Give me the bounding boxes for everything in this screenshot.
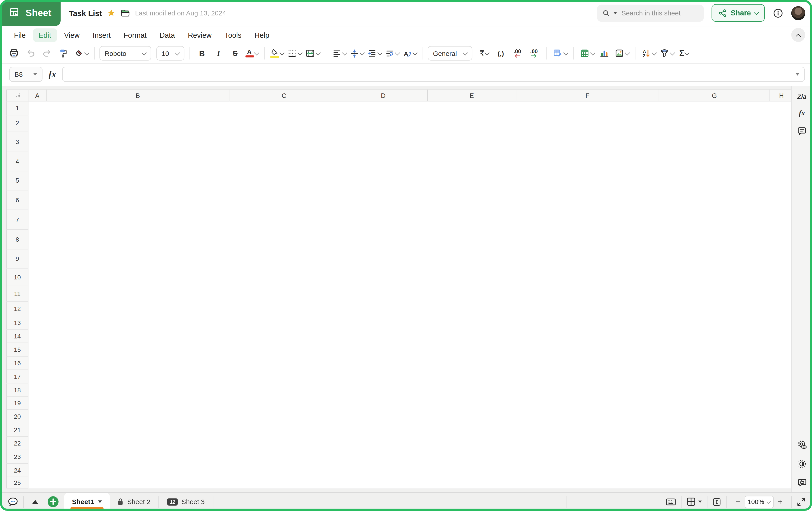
- split-view-button[interactable]: [686, 497, 702, 507]
- comma-style-button[interactable]: (,): [493, 46, 509, 60]
- increase-decimal-button[interactable]: .00: [526, 46, 542, 60]
- column-header-d[interactable]: D: [339, 90, 428, 101]
- search-box[interactable]: [597, 4, 704, 22]
- zoom-in-button[interactable]: +: [774, 498, 787, 506]
- horizontal-align-button[interactable]: [331, 46, 347, 60]
- row-header-22[interactable]: 22: [6, 437, 29, 450]
- insert-table-button[interactable]: [578, 46, 596, 60]
- menu-item-format[interactable]: Format: [118, 28, 152, 41]
- column-header-e[interactable]: E: [428, 90, 516, 101]
- row-header-25[interactable]: 25: [6, 477, 29, 488]
- zia-assistant-icon[interactable]: Zia: [797, 93, 807, 100]
- menu-item-tools[interactable]: Tools: [219, 28, 247, 41]
- row-header-12[interactable]: 12: [6, 302, 29, 316]
- font-family-select[interactable]: Roboto: [99, 46, 151, 61]
- row-header-17[interactable]: 17: [6, 370, 29, 383]
- fit-to-screen-button[interactable]: [712, 497, 722, 507]
- fullscreen-icon[interactable]: [796, 497, 806, 507]
- app-logo[interactable]: Sheet: [0, 0, 61, 26]
- column-header-g[interactable]: G: [659, 90, 770, 101]
- menu-item-review[interactable]: Review: [182, 28, 217, 41]
- menu-item-data[interactable]: Data: [154, 28, 180, 41]
- filter-button[interactable]: [658, 46, 675, 60]
- redo-button[interactable]: [39, 46, 55, 60]
- zoom-level-select[interactable]: 100%: [745, 495, 774, 508]
- search-options-caret[interactable]: [614, 12, 617, 14]
- italic-button[interactable]: I: [211, 46, 226, 60]
- sheet-tab-sheet3[interactable]: 12 Sheet 3: [160, 493, 212, 511]
- sheet-tab-sheet1[interactable]: Sheet1: [64, 493, 110, 511]
- bold-button[interactable]: B: [194, 46, 210, 60]
- undo-button[interactable]: [23, 46, 38, 60]
- row-header-8[interactable]: 8: [6, 230, 29, 249]
- column-header-f[interactable]: F: [516, 90, 659, 101]
- sheet-tab-sheet2[interactable]: Sheet 2: [110, 493, 158, 511]
- font-color-button[interactable]: A: [244, 46, 259, 60]
- view-settings-icon[interactable]: [797, 440, 807, 450]
- decrease-decimal-button[interactable]: .00: [510, 46, 525, 60]
- row-header-18[interactable]: 18: [6, 383, 29, 397]
- column-header-a[interactable]: A: [28, 90, 47, 101]
- row-header-1[interactable]: 1: [6, 101, 29, 116]
- row-header-3[interactable]: 3: [6, 131, 29, 152]
- column-header-b[interactable]: B: [47, 90, 229, 101]
- row-header-11[interactable]: 11: [6, 286, 29, 302]
- menu-item-edit[interactable]: Edit: [33, 28, 57, 41]
- functions-panel-icon[interactable]: fx: [799, 109, 805, 117]
- comments-panel-icon[interactable]: [797, 126, 807, 136]
- feedback-icon[interactable]: [797, 478, 807, 487]
- sort-button[interactable]: AZ: [640, 46, 657, 60]
- row-header-4[interactable]: 4: [6, 152, 29, 172]
- insert-image-button[interactable]: [613, 46, 630, 60]
- row-header-7[interactable]: 7: [6, 210, 29, 230]
- share-button[interactable]: Share: [712, 4, 765, 22]
- row-header-13[interactable]: 13: [6, 316, 29, 330]
- column-header-h[interactable]: H: [770, 90, 791, 101]
- currency-format-button[interactable]: ₹: [476, 46, 492, 60]
- collapse-toolbar-button[interactable]: [791, 28, 805, 42]
- menu-item-help[interactable]: Help: [249, 28, 275, 41]
- sheet-list-button[interactable]: [28, 499, 42, 504]
- fill-color-button[interactable]: [269, 46, 285, 60]
- row-header-9[interactable]: 9: [6, 249, 29, 269]
- grid-canvas[interactable]: [28, 101, 791, 489]
- row-header-19[interactable]: 19: [6, 397, 29, 410]
- row-header-16[interactable]: 16: [6, 357, 29, 370]
- keyboard-icon[interactable]: [666, 497, 677, 507]
- folder-icon[interactable]: [121, 9, 130, 17]
- sum-button[interactable]: Σ: [676, 46, 692, 60]
- row-header-2[interactable]: 2: [6, 115, 29, 131]
- row-header-23[interactable]: 23: [6, 450, 29, 463]
- info-icon[interactable]: [773, 8, 784, 19]
- row-header-14[interactable]: 14: [6, 330, 29, 343]
- add-sheet-button[interactable]: [42, 496, 64, 508]
- formula-input[interactable]: [67, 70, 795, 79]
- column-header-c[interactable]: C: [230, 90, 339, 101]
- cell-name-box[interactable]: B8: [9, 67, 42, 82]
- row-header-5[interactable]: 5: [6, 171, 29, 190]
- theme-contrast-icon[interactable]: [797, 459, 807, 469]
- row-header-20[interactable]: 20: [6, 410, 29, 423]
- search-input[interactable]: [620, 8, 690, 17]
- strikethrough-button[interactable]: S: [227, 46, 243, 60]
- menu-item-file[interactable]: File: [8, 28, 31, 41]
- number-format-select[interactable]: General: [428, 46, 472, 61]
- row-header-15[interactable]: 15: [6, 343, 29, 357]
- favorite-star-icon[interactable]: [107, 9, 115, 17]
- menu-item-insert[interactable]: Insert: [87, 28, 116, 41]
- format-painter-button[interactable]: [56, 46, 71, 60]
- text-wrap-button[interactable]: [384, 46, 400, 60]
- chat-icon[interactable]: [0, 497, 19, 507]
- borders-button[interactable]: [286, 46, 303, 60]
- row-header-21[interactable]: 21: [6, 423, 29, 437]
- select-all-corner[interactable]: [6, 90, 29, 101]
- document-title[interactable]: Task List: [69, 8, 102, 17]
- font-size-select[interactable]: 10: [156, 46, 184, 61]
- sheet-tab-caret[interactable]: [98, 501, 102, 503]
- eraser-button[interactable]: [72, 46, 89, 60]
- insert-chart-button[interactable]: [597, 46, 612, 60]
- text-rotation-button[interactable]: A: [401, 46, 418, 60]
- print-button[interactable]: [6, 46, 22, 60]
- row-header-6[interactable]: 6: [6, 190, 29, 210]
- merge-cells-button[interactable]: [304, 46, 321, 60]
